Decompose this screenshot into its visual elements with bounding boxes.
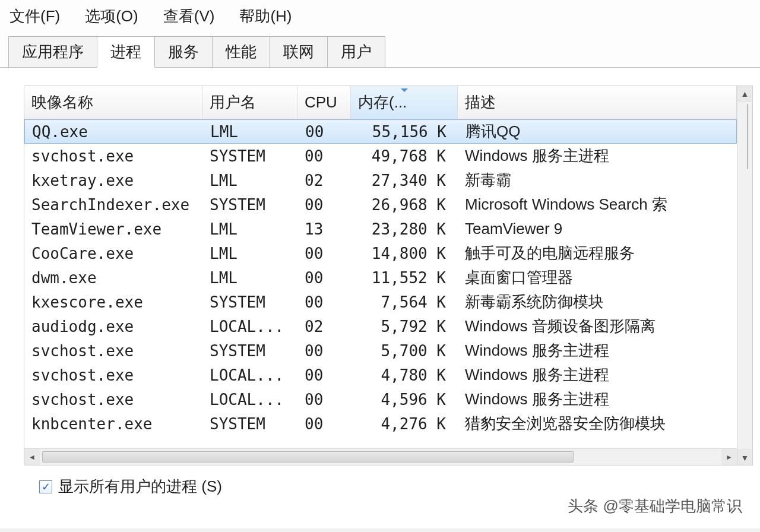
tab-applications[interactable]: 应用程序 — [8, 36, 97, 68]
cell-cpu: 02 — [297, 172, 351, 189]
table-row[interactable]: kxescore.exeSYSTEM007,564 K新毒霸系统防御模块 — [24, 290, 737, 314]
cell-desc: 腾讯QQ — [458, 121, 736, 142]
cell-user: LML — [202, 220, 297, 238]
scroll-down-icon[interactable]: ▼ — [737, 449, 752, 465]
cell-desc: 桌面窗口管理器 — [458, 267, 737, 288]
cell-mem: 55,156 K — [352, 123, 458, 141]
show-all-users-label: 显示所有用户的进程 (S) — [58, 476, 222, 497]
cell-mem: 14,800 K — [351, 245, 458, 262]
table-row[interactable]: kxetray.exeLML0227,340 K新毒霸 — [24, 168, 737, 192]
menu-options[interactable]: 选项(O) — [81, 5, 142, 28]
cell-name: svchost.exe — [24, 342, 202, 360]
cell-user: LOCAL... — [202, 366, 297, 384]
watermark-text: 头条 @零基础学电脑常识 — [568, 496, 742, 517]
cell-name: audiodg.exe — [24, 318, 202, 335]
cell-cpu: 00 — [297, 196, 351, 214]
cell-user: SYSTEM — [202, 293, 297, 311]
hscroll-thumb[interactable] — [42, 451, 574, 463]
show-all-users-checkbox[interactable]: ✓ — [39, 480, 52, 493]
horizontal-scrollbar[interactable]: ◄ ► — [24, 448, 737, 465]
cell-cpu: 00 — [298, 123, 352, 141]
table-row[interactable]: CooCare.exeLML0014,800 K触手可及的电脑远程服务 — [24, 241, 737, 265]
cell-desc: Windows 服务主进程 — [458, 389, 737, 410]
process-listview: 映像名称 用户名 CPU 内存(... 描述 QQ.exeLML0055,156… — [24, 86, 753, 466]
cell-mem: 26,968 K — [351, 196, 458, 214]
cell-user: SYSTEM — [202, 415, 297, 433]
tab-strip: 应用程序 进程 服务 性能 联网 用户 — [0, 36, 760, 68]
scroll-left-icon[interactable]: ◄ — [24, 449, 40, 465]
cell-name: SearchIndexer.exe — [24, 196, 202, 214]
cell-cpu: 13 — [297, 220, 351, 238]
col-description[interactable]: 描述 — [458, 86, 737, 119]
menu-bar: 文件(F) 选项(O) 查看(V) 帮助(H) — [0, 0, 760, 36]
cell-name: kxetray.exe — [24, 172, 202, 189]
cell-user: LML — [203, 123, 298, 141]
cell-cpu: 02 — [297, 318, 351, 335]
menu-help[interactable]: 帮助(H) — [236, 5, 295, 28]
tab-processes[interactable]: 进程 — [97, 36, 155, 68]
vscroll-thumb[interactable] — [747, 104, 748, 169]
cell-desc: 触手可及的电脑远程服务 — [458, 243, 737, 264]
cell-mem: 4,780 K — [351, 366, 458, 384]
col-cpu[interactable]: CPU — [297, 86, 351, 119]
cell-cpu: 00 — [297, 147, 351, 165]
cell-desc: Windows 服务主进程 — [458, 145, 737, 166]
cell-user: LML — [202, 245, 297, 262]
cell-name: svchost.exe — [24, 366, 202, 384]
cell-desc: Windows 音频设备图形隔离 — [458, 316, 737, 337]
cell-mem: 11,552 K — [351, 269, 458, 287]
scroll-up-icon[interactable]: ▲ — [737, 86, 752, 102]
cell-user: LML — [202, 172, 297, 189]
cell-desc: 新毒霸 — [458, 170, 737, 191]
cell-cpu: 00 — [297, 366, 351, 384]
cell-user: LML — [202, 269, 297, 287]
table-row[interactable]: audiodg.exeLOCAL...025,792 KWindows 音频设备… — [24, 314, 737, 338]
table-row[interactable]: SearchIndexer.exeSYSTEM0026,968 KMicroso… — [24, 192, 737, 217]
cell-desc: 猎豹安全浏览器安全防御模块 — [458, 413, 737, 434]
cell-mem: 23,280 K — [351, 220, 458, 238]
col-user-name[interactable]: 用户名 — [202, 86, 297, 119]
cell-mem: 5,792 K — [351, 318, 458, 335]
cell-mem: 5,700 K — [351, 342, 458, 360]
tab-users[interactable]: 用户 — [327, 36, 385, 68]
table-row[interactable]: svchost.exeSYSTEM005,700 KWindows 服务主进程 — [24, 338, 737, 363]
table-row[interactable]: knbcenter.exeSYSTEM004,276 K猎豹安全浏览器安全防御模… — [24, 411, 737, 436]
tab-performance[interactable]: 性能 — [212, 36, 270, 68]
cell-name: QQ.exe — [25, 123, 203, 141]
menu-file[interactable]: 文件(F) — [6, 5, 64, 28]
cell-user: LOCAL... — [202, 318, 297, 335]
tab-networking[interactable]: 联网 — [270, 36, 328, 68]
vertical-scrollbar[interactable]: ▲ ▼ — [737, 86, 752, 465]
cell-user: SYSTEM — [202, 196, 297, 214]
table-row[interactable]: svchost.exeLOCAL...004,780 KWindows 服务主进… — [24, 363, 737, 387]
cell-name: TeamViewer.exe — [24, 220, 202, 238]
col-memory[interactable]: 内存(... — [351, 86, 458, 119]
cell-user: SYSTEM — [202, 342, 297, 360]
cell-cpu: 00 — [297, 245, 351, 262]
cell-desc: TeamViewer 9 — [458, 220, 737, 238]
scroll-right-icon[interactable]: ► — [721, 449, 737, 465]
footer: ✓ 显示所有用户的进程 (S) — [24, 466, 753, 497]
cell-desc: 新毒霸系统防御模块 — [458, 292, 737, 312]
col-image-name[interactable]: 映像名称 — [24, 86, 202, 119]
table-row[interactable]: svchost.exeLOCAL...004,596 KWindows 服务主进… — [24, 387, 737, 411]
tab-content: 映像名称 用户名 CPU 内存(... 描述 QQ.exeLML0055,156… — [0, 68, 760, 528]
menu-view[interactable]: 查看(V) — [160, 5, 218, 28]
table-row[interactable]: TeamViewer.exeLML1323,280 KTeamViewer 9 — [24, 217, 737, 241]
cell-mem: 49,768 K — [351, 147, 458, 165]
table-row[interactable]: svchost.exeSYSTEM0049,768 KWindows 服务主进程 — [24, 144, 737, 168]
cell-cpu: 00 — [297, 391, 351, 408]
cell-name: svchost.exe — [24, 147, 202, 165]
cell-cpu: 00 — [297, 415, 351, 433]
cell-cpu: 00 — [297, 269, 351, 287]
cell-desc: Microsoft Windows Search 索 — [458, 194, 737, 215]
cell-name: dwm.exe — [24, 269, 202, 287]
cell-cpu: 00 — [297, 342, 351, 360]
table-row[interactable]: QQ.exeLML0055,156 K腾讯QQ — [24, 119, 737, 144]
cell-name: knbcenter.exe — [24, 415, 202, 433]
cell-name: kxescore.exe — [24, 293, 202, 311]
tab-services[interactable]: 服务 — [154, 36, 213, 68]
cell-cpu: 00 — [297, 293, 351, 311]
table-row[interactable]: dwm.exeLML0011,552 K桌面窗口管理器 — [24, 265, 737, 290]
cell-mem: 27,340 K — [351, 172, 458, 189]
